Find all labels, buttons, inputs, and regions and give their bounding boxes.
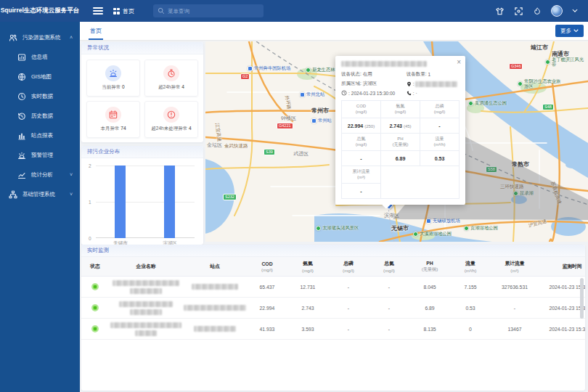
sidebar-item[interactable]: 实时数据 — [0, 86, 80, 106]
address-blurred — [415, 81, 457, 87]
nav-home[interactable]: 首页 — [113, 7, 134, 15]
clock-icon — [341, 90, 347, 96]
park-poi-icon — [518, 81, 523, 86]
site-name-blurred — [192, 284, 238, 290]
menu-search[interactable] — [153, 4, 264, 17]
column-header: 流量(m³/h) — [450, 257, 491, 277]
search-icon — [158, 7, 165, 15]
station-name-blurred — [341, 61, 427, 67]
abnormal-card[interactable]: 超24h未处理异常 4 — [144, 101, 198, 138]
realtime-panel: 实时监测 状态企业名称站点COD(mg/l)氨氮(mg/l)总磷(mg/l)总氮… — [81, 245, 585, 391]
column-header: 站点 — [183, 257, 247, 277]
road-number-badge: S39 — [264, 149, 275, 155]
road-number-badge: G346 — [509, 63, 523, 70]
sidebar-item-label: 站点报表 — [31, 132, 53, 139]
map-poi-park: 黄泗浦生态公园 — [468, 101, 507, 106]
sidebar-item[interactable]: 基础管理系统 ˅ — [0, 184, 80, 204]
more-button[interactable]: 更多 — [555, 25, 584, 37]
chevron-icon: ˅ — [70, 192, 73, 197]
status-dot-green — [91, 283, 99, 290]
column-header: COD(mg/l) — [247, 257, 287, 277]
metric-value: - — [342, 184, 381, 199]
park-poi-icon — [306, 68, 311, 73]
status-dot-green — [91, 325, 99, 332]
timeout-clock-icon — [163, 65, 179, 81]
location-pin-icon — [407, 81, 412, 87]
calendar-icon — [105, 107, 121, 123]
abnormal-panel-title: 异常状况 — [81, 42, 203, 54]
table-row[interactable]: 65.43712.731- -8.0457.155 327636.5312024… — [81, 277, 585, 298]
nav-home-label: 首页 — [123, 7, 134, 15]
metric-header: PH(无量纲) — [381, 134, 420, 151]
users-icon — [9, 33, 17, 42]
main-area: 首页 更多 异常状况 当前异常 0 — [80, 22, 588, 392]
app-logo: Squirrel生态环境云服务平台 — [0, 7, 80, 15]
park-poi-icon — [464, 226, 469, 231]
metric-header: 累计流量(m³) — [342, 166, 381, 184]
flame-icon[interactable] — [533, 7, 542, 16]
tab-home[interactable]: 首页 — [89, 23, 103, 40]
map-poi-transport: 常州站 — [311, 118, 332, 123]
company-name-blurred — [119, 301, 173, 307]
chevron-down-icon[interactable] — [572, 9, 578, 13]
sidebar-item[interactable]: GIS地图 — [0, 67, 80, 86]
company-name-blurred — [113, 280, 179, 286]
sidebar-item[interactable]: 污染源监测系统 ˄ — [0, 28, 80, 47]
metric-value: 6.89 — [381, 151, 420, 166]
abnormal-card[interactable]: 本月异常 74 — [86, 101, 140, 138]
y-tick: 2 — [89, 163, 91, 168]
column-header: 企业名称 — [109, 257, 183, 277]
monitor-table: 状态企业名称站点COD(mg/l)氨氮(mg/l)总磷(mg/l)总氮(mg/l… — [81, 257, 585, 340]
y-tick: 1 — [89, 200, 91, 205]
map-city-label: 靖江市 — [531, 44, 548, 52]
column-header: 状态 — [81, 257, 109, 277]
fullscreen-icon[interactable] — [514, 7, 523, 16]
chevron-icon: ˄ — [70, 35, 73, 40]
map-poi-park: 老丁栀滨江风光带 — [545, 57, 588, 68]
sidebar-item-label: 基础管理系统 — [23, 191, 55, 198]
y-tick: 0 — [89, 236, 91, 241]
abnormal-card[interactable]: 当前异常 0 — [86, 60, 140, 97]
gis-map[interactable]: 靖江市南通市常州市无锡市常熟市钟楼区武进区金坛区滨湖区金武快速路三环快速路江宜高… — [205, 41, 588, 242]
metric-header: 氨氮(mg/l) — [381, 101, 420, 118]
search-input[interactable] — [168, 8, 248, 15]
transport-poi-icon — [300, 92, 305, 97]
transport-poi-icon — [311, 118, 317, 123]
table-row[interactable]: 41.9333.593- -8.1350 134672024-01-23 15:… — [81, 319, 585, 340]
abnormal-card[interactable]: 超24h异常 4 — [144, 60, 198, 97]
map-poi-park: 常阴沙生态农业旅游区 — [518, 79, 562, 89]
metric-header: 流量(m³/h) — [420, 134, 460, 151]
shirt-icon[interactable] — [495, 7, 505, 16]
map-district-label: 金坛区 — [207, 142, 222, 149]
column-header: 总氮(mg/l) — [369, 257, 409, 277]
tab-bar: 首页 更多 — [80, 22, 588, 41]
chevron-icon: ˅ — [70, 172, 73, 177]
map-poi-transport: 常州北站 — [300, 92, 324, 97]
chart-title: 排污企业分布 — [81, 146, 203, 158]
metric-value: - — [420, 118, 460, 134]
sidebar-item[interactable]: 统计分析 ˅ — [0, 165, 80, 184]
popup-fields: 设备状态:在用 设备数量:1 所属区域:滨湖区 : :2024-01-23 15… — [341, 71, 460, 96]
close-icon[interactable]: × — [457, 58, 461, 66]
map-road-label: 金武快速路 — [224, 143, 248, 150]
sidebar-item[interactable]: 信息墙 — [0, 47, 80, 67]
popup-metrics: COD(mg/l)氨氮(mg/l)总磷(mg/l)22.994 (250)2.7… — [341, 100, 460, 199]
hamburger-menu-icon[interactable] — [93, 7, 103, 15]
road-number-badge: S48 — [542, 104, 554, 110]
sidebar-item[interactable]: 站点报表 — [0, 126, 80, 145]
sidebar-item[interactable]: 历史数据 — [0, 106, 80, 126]
company-name-blurred — [110, 322, 181, 328]
user-avatar[interactable] — [551, 5, 563, 17]
sidebar-item[interactable]: 预警管理 — [0, 145, 80, 165]
sidebar: 污染源监测系统 ˄ 信息墙 GIS地图 实时数据 — [0, 22, 80, 392]
bar-chart: 无锡市滨湖区 012 — [96, 166, 195, 238]
chevron-down-icon — [573, 29, 579, 33]
table-row[interactable]: 22.9942.743- -6.890.53 -2024-01-23 15:30… — [81, 298, 585, 319]
realtime-clock-icon — [17, 92, 26, 101]
app-root: Squirrel生态环境云服务平台 首页 — [0, 0, 588, 392]
abnormal-cards: 当前异常 0 超24h异常 4 本月异常 74 — [81, 54, 203, 142]
site-name-blurred — [194, 326, 236, 332]
metric-header: 总氮(mg/l) — [342, 134, 381, 151]
topbar-actions — [495, 5, 588, 17]
table-scrollbar[interactable] — [580, 278, 584, 319]
